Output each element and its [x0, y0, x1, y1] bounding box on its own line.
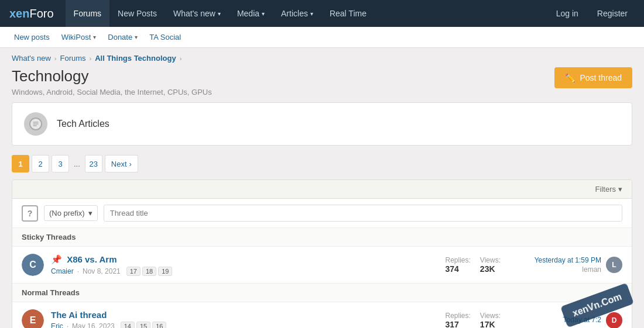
- thread-info: The Ai thread Eric · May 16, 2023 14 15 …: [51, 310, 423, 328]
- last-post-author: leman: [582, 265, 601, 274]
- avatar: C: [22, 254, 44, 276]
- pagination: 1 2 3 ... 23 Next ›: [12, 155, 632, 172]
- main-content: Tech Articles 1 2 3 ... 23 Next › Filter…: [0, 102, 644, 328]
- page-badge-18[interactable]: 18: [142, 267, 156, 276]
- nav-right: Log in Register: [549, 5, 635, 22]
- whats-new-chevron: ▾: [218, 11, 221, 17]
- views-value: 23K: [480, 264, 501, 274]
- nav-articles[interactable]: Articles ▾: [273, 0, 321, 27]
- page-badge-15[interactable]: 15: [136, 322, 150, 328]
- thread-last-section: Yesterday at 1:59 PM leman L: [508, 256, 622, 274]
- avatar: E: [22, 309, 44, 328]
- last-post-avatar[interactable]: D: [606, 312, 622, 328]
- breadcrumb-whats-new[interactable]: What's new: [12, 54, 51, 63]
- thread-info: 📌 X86 vs. Arm Cmaier · Nov 8, 2021 17 18…: [51, 254, 423, 276]
- thread-stats: Replies: 374 Views: 23K: [430, 256, 501, 274]
- replies-value: 374: [446, 264, 471, 274]
- views-label: Views:: [480, 312, 501, 320]
- thread-author[interactable]: Cmaier: [51, 267, 74, 275]
- page-badge-19[interactable]: 19: [158, 267, 172, 276]
- replies-value: 317: [446, 320, 471, 328]
- page-2-button[interactable]: 2: [32, 155, 49, 172]
- thread-page-badges: 17 18 19: [126, 267, 173, 276]
- page-3-button[interactable]: 3: [52, 155, 69, 172]
- nav-real-time[interactable]: Real Time: [321, 0, 375, 27]
- page-header: Technology Windows, Android, Social Medi…: [0, 65, 644, 102]
- breadcrumb-sep-1: ›: [54, 55, 57, 62]
- donate-chevron: ▾: [135, 34, 138, 40]
- secondary-nav: New posts WikiPost ▾ Donate ▾ TA Social: [0, 27, 644, 48]
- thread-title-input[interactable]: [104, 205, 622, 222]
- sec-nav-donate[interactable]: Donate ▾: [103, 27, 142, 48]
- thread-stats: Replies: 317 Views: 17K: [430, 312, 501, 328]
- prefix-select[interactable]: (No prefix) ▾: [44, 205, 98, 221]
- thread-page-badges: 14 15 16: [121, 322, 167, 328]
- pagination-ellipsis: ...: [71, 160, 83, 168]
- prefix-chevron: ▾: [88, 209, 93, 217]
- thread-filter-row: ? (No prefix) ▾: [12, 199, 632, 228]
- thread-meta: Cmaier · Nov 8, 2021 17 18 19: [51, 267, 423, 276]
- page-last-button[interactable]: 23: [85, 155, 102, 172]
- page-badge-14[interactable]: 14: [121, 322, 135, 328]
- login-button[interactable]: Log in: [549, 5, 585, 22]
- table-row: E The Ai thread Eric · May 16, 2023 14 1…: [12, 302, 632, 328]
- sec-nav-wikipost[interactable]: WikiPost ▾: [57, 27, 101, 48]
- articles-chevron: ▾: [310, 11, 313, 17]
- page-badge-16[interactable]: 16: [152, 322, 166, 328]
- thread-author[interactable]: Eric: [51, 322, 63, 328]
- page-1-button[interactable]: 1: [12, 155, 29, 172]
- views-label: Views:: [480, 256, 501, 264]
- thread-date: May 16, 2023: [72, 322, 115, 328]
- logo-foro: Foro: [29, 7, 53, 20]
- last-post-time[interactable]: Yesterday at 1:59 PM: [535, 256, 601, 264]
- media-chevron: ▾: [262, 11, 265, 17]
- logo-xen: xen: [9, 7, 29, 20]
- replies-label: Replies:: [446, 312, 471, 320]
- avatar-image: C: [22, 254, 44, 276]
- pin-icon: 📌: [51, 254, 62, 264]
- page-subtitle: Windows, Android, Social Media, the Inte…: [12, 88, 212, 96]
- thread-meta: Eric · May 16, 2023 14 15 16: [51, 322, 423, 328]
- tech-articles-box[interactable]: Tech Articles: [12, 102, 632, 146]
- page-badge-17[interactable]: 17: [126, 267, 141, 276]
- tech-articles-label: Tech Articles: [57, 119, 109, 129]
- top-nav: xenForo Forums New Posts What's new ▾ Me…: [0, 0, 644, 27]
- breadcrumb: What's new › Forums › All Things Technol…: [0, 48, 644, 65]
- nav-media[interactable]: Media ▾: [229, 0, 273, 27]
- filters-bar: Filters ▾: [12, 180, 632, 199]
- thread-title[interactable]: The Ai thread: [51, 310, 423, 320]
- register-button[interactable]: Register: [590, 5, 635, 22]
- nav-forums[interactable]: Forums: [66, 0, 109, 27]
- breadcrumb-forums[interactable]: Forums: [60, 54, 85, 63]
- post-thread-button[interactable]: ✏️ Post thread: [554, 67, 632, 88]
- prefix-question-icon: ?: [22, 205, 38, 222]
- nav-new-posts[interactable]: New Posts: [109, 0, 165, 27]
- thread-title[interactable]: 📌 X86 vs. Arm: [51, 254, 423, 265]
- filters-button[interactable]: Filters ▾: [595, 185, 622, 194]
- nav-whats-new[interactable]: What's new ▾: [165, 0, 229, 27]
- page-title: Technology: [12, 67, 212, 85]
- main-nav-items: Forums New Posts What's new ▾ Media ▾ Ar…: [66, 0, 549, 27]
- filters-chevron: ▾: [618, 185, 622, 194]
- avatar-image: E: [22, 309, 44, 328]
- page-title-area: Technology Windows, Android, Social Medi…: [12, 67, 212, 96]
- next-button[interactable]: Next ›: [105, 155, 138, 172]
- sec-nav-ta-social[interactable]: TA Social: [145, 27, 186, 48]
- normal-threads-header: Normal Threads: [12, 284, 632, 302]
- sec-nav-new-posts[interactable]: New posts: [9, 27, 54, 48]
- logo: xenForo: [9, 7, 54, 20]
- thread-list: Filters ▾ ? (No prefix) ▾ Sticky Threads…: [12, 179, 632, 328]
- breadcrumb-sep-3: ›: [180, 55, 182, 62]
- thread-last-post: Yesterday at 1:59 PM leman: [508, 256, 601, 274]
- replies-label: Replies:: [446, 256, 471, 264]
- breadcrumb-sep-2: ›: [90, 55, 92, 62]
- tech-articles-icon: [24, 112, 47, 136]
- table-row: C 📌 X86 vs. Arm Cmaier · Nov 8, 2021 17 …: [12, 247, 632, 284]
- sticky-threads-header: Sticky Threads: [12, 228, 632, 247]
- breadcrumb-all-things-tech[interactable]: All Things Technology: [95, 54, 176, 63]
- wikipost-chevron: ▾: [93, 34, 96, 40]
- last-post-avatar[interactable]: L: [606, 257, 622, 273]
- next-chevron: ›: [129, 160, 132, 168]
- views-value: 17K: [480, 320, 501, 328]
- edit-icon: ✏️: [565, 73, 575, 82]
